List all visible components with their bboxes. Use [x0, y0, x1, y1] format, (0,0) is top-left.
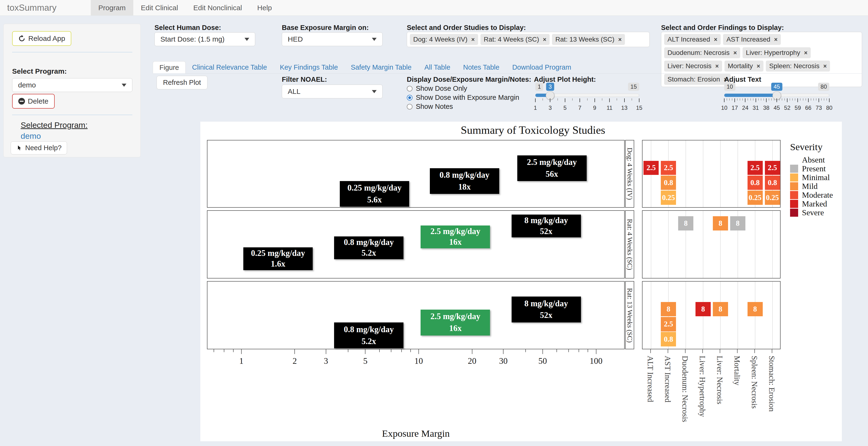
study-tag-label: Dog: 4 Weeks (IV): [413, 36, 467, 43]
heatmap-axis-tick: [754, 349, 755, 353]
severity-cell: 0.25: [661, 191, 676, 205]
dose-box: 2.5 mg/kg/day56x: [517, 155, 587, 181]
chevron-down-icon: [372, 90, 377, 93]
delete-button[interactable]: Delete: [12, 94, 55, 108]
radio-label: Show Notes: [416, 103, 453, 110]
slider-tick-label: 66: [805, 104, 811, 111]
noael-filter-select[interactable]: ALL: [282, 85, 382, 98]
tag-remove-icon[interactable]: ×: [543, 37, 547, 42]
slider-tick: [745, 98, 745, 102]
legend-entry-label: Minimal: [802, 173, 830, 182]
legend-swatch: [790, 182, 798, 190]
tab-figure[interactable]: Figure: [153, 61, 186, 73]
tab-all-table[interactable]: All Table: [418, 61, 457, 73]
slider-tick-label: 9: [593, 104, 596, 111]
radio-icon[interactable]: [407, 86, 412, 92]
findings-multiselect[interactable]: ALT Increased×AST Increased×Duodenum: Ne…: [661, 32, 862, 87]
tag-remove-icon[interactable]: ×: [804, 50, 808, 56]
text-size-slider[interactable]: 1080451017243138455259667380: [724, 83, 829, 111]
slider-tick-label: 31: [752, 104, 759, 111]
heatmap-gridline: [651, 211, 651, 278]
dose-box: 0.8 mg/kg/day5.2x: [334, 236, 403, 259]
study-tag-label: Rat: 4 Weeks (SC): [484, 36, 539, 43]
legend-entry-label: Absent: [802, 155, 825, 164]
nav-item-help[interactable]: Help: [250, 0, 280, 15]
heatmap-gridline: [755, 211, 755, 278]
margin-base-select[interactable]: HED: [282, 32, 382, 46]
margin-label: 16x: [421, 324, 490, 333]
slider-tick: [806, 98, 806, 100]
dose-label: 0.25 mg/kg/day: [340, 183, 409, 193]
slider-tick-label: 80: [826, 104, 833, 111]
heatmap-panel: 82.50.8888: [642, 281, 780, 349]
selected-program-value[interactable]: demo: [21, 131, 41, 141]
nav-item-edit-nonclinical[interactable]: Edit Nonclinical: [186, 0, 249, 15]
program-select[interactable]: demo: [12, 78, 132, 92]
axis-tick: [326, 349, 326, 354]
reload-app-button[interactable]: Reload App: [12, 31, 71, 46]
tab-notes-table[interactable]: Notes Table: [457, 61, 506, 73]
slider-tick-label: 13: [621, 104, 627, 111]
slider-tick: [557, 98, 558, 100]
heatmap-axis-tick: [650, 349, 651, 353]
tag-remove-icon[interactable]: ×: [618, 37, 622, 42]
slider-tick: [784, 98, 785, 100]
heatmap-panel: 888: [642, 210, 780, 279]
heatmap-axis-tick: [720, 349, 720, 353]
axis-tick-label: 5: [363, 356, 367, 366]
finding-tag-label: Liver: Hypertrophy: [746, 49, 800, 57]
margin-label: 1.6x: [243, 259, 313, 269]
radio-option-1[interactable]: Show Dose Only: [407, 85, 467, 92]
tag-remove-icon[interactable]: ×: [714, 37, 718, 42]
tab-safety-margin-table[interactable]: Safety Margin Table: [344, 61, 418, 73]
radio-label: Show Dose with Exposure Margin: [416, 94, 519, 101]
legend-swatch: [790, 191, 798, 199]
margin-base-label: Base Exposure Margin on:: [282, 24, 369, 32]
tab-clinical-relevance-table[interactable]: Clinical Relevance Table: [186, 61, 273, 73]
tag-remove-icon[interactable]: ×: [733, 50, 737, 56]
finding-axis-label: ALT Increased: [646, 356, 655, 403]
nav-item-edit-clinical[interactable]: Edit Clinical: [133, 0, 186, 15]
axis-tick: [241, 349, 242, 354]
tag-remove-icon[interactable]: ×: [774, 37, 778, 42]
nav-item-program[interactable]: Program: [91, 0, 133, 15]
severity-cell: 0.25: [765, 191, 780, 205]
human-dose-select[interactable]: Start Dose: (1.5 mg): [154, 32, 255, 46]
dose-label: 0.8 mg/kg/day: [430, 170, 499, 180]
dose-label: 2.5 mg/kg/day: [421, 312, 490, 321]
refresh-plot-button[interactable]: Refresh Plot: [157, 76, 208, 89]
severity-cell: 0.8: [661, 332, 676, 346]
slider-tick: [609, 98, 610, 102]
tab-download-program[interactable]: Download Program: [506, 61, 578, 73]
legend-entry: Mild: [790, 182, 818, 191]
tab-key-findings-table[interactable]: Key Findings Table: [274, 61, 345, 73]
radio-option-2[interactable]: Show Dose with Exposure Margin: [407, 94, 519, 101]
heatmap-gridline: [668, 211, 669, 278]
radio-option-3[interactable]: Show Notes: [407, 103, 453, 110]
axis-tick: [596, 349, 596, 354]
radio-selected-icon[interactable]: [407, 95, 412, 100]
slider-tick-label: 7: [578, 104, 582, 111]
severity-cell: 2.5: [661, 161, 676, 175]
finding-tag: AST Increased×: [723, 34, 781, 45]
slider-tick: [587, 98, 588, 100]
slider-tick: [740, 98, 740, 100]
severity-cell: 8: [730, 216, 745, 230]
severity-cell: 8: [713, 302, 728, 316]
slider-tick: [631, 98, 632, 100]
finding-axis-label: AST Increased: [663, 356, 672, 403]
heatmap-gridline: [703, 140, 703, 207]
axis-tick-label: 30: [499, 356, 507, 366]
studies-multiselect[interactable]: Dog: 4 Weeks (IV)×Rat: 4 Weeks (SC)×Rat:…: [407, 32, 650, 47]
app-brand: toxSummary: [0, 0, 65, 15]
dose-label: 8 mg/kg/day: [512, 299, 581, 309]
study-label-strip: Rat: 13 Weeks (SC): [625, 281, 634, 349]
legend-entry: Minimal: [790, 173, 830, 182]
radio-icon[interactable]: [407, 104, 412, 109]
need-help-button[interactable]: Need Help?: [11, 141, 67, 154]
severity-cell: 8: [678, 216, 693, 230]
plot-height-slider[interactable]: 115313579111315: [535, 83, 639, 111]
tag-remove-icon[interactable]: ×: [471, 37, 475, 42]
study-label: Rat: 13 Weeks (SC): [626, 288, 634, 343]
finding-tag: Duodenum: Necrosis×: [664, 47, 740, 58]
